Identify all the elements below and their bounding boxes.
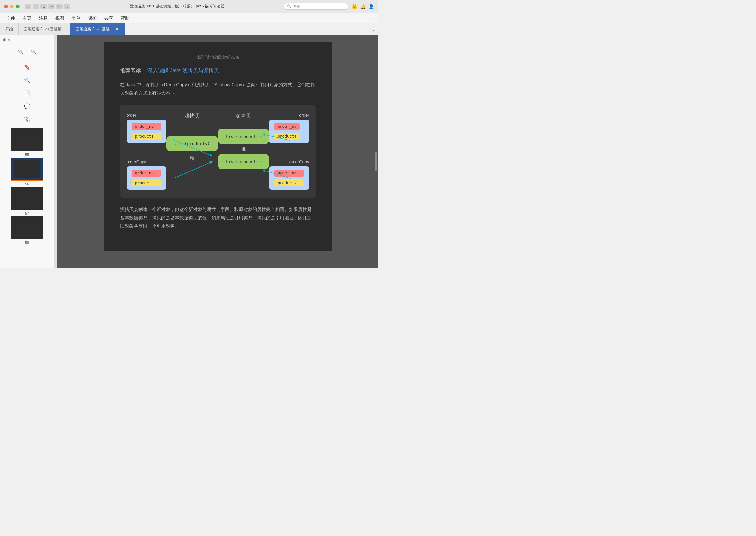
search-input[interactable] bbox=[293, 5, 338, 9]
order-fields-right: order_no products bbox=[269, 120, 309, 143]
bookmark-icon[interactable]: 🔖 bbox=[22, 62, 32, 72]
list-deep-top: list(products) bbox=[218, 129, 269, 144]
nav-dropdown-btn[interactable]: ▽ bbox=[64, 4, 70, 9]
tab-dropdown-icon[interactable]: ⌄ bbox=[372, 27, 375, 32]
ordercopy-box-left: orderCopy order_no products bbox=[126, 159, 166, 190]
menu-home[interactable]: 主页 bbox=[21, 15, 33, 22]
tab-start-label: 开始 bbox=[5, 26, 13, 32]
products-field-left: products bbox=[132, 133, 161, 140]
window-toggle-btn[interactable]: □ bbox=[33, 4, 39, 9]
window-controls: ⊞ □ 🖨 ↩ ↪ ▽ bbox=[25, 4, 70, 9]
list-shallow: list(products) bbox=[166, 136, 218, 151]
window-title: 面渣逆袭 Java 基础篇第二版（暗黑）.pdf - 福昕阅读器 bbox=[73, 4, 281, 9]
page-thumb-55[interactable]: 55 bbox=[11, 128, 43, 156]
minimize-button[interactable] bbox=[10, 5, 14, 9]
ordercopy-products-field-right: products bbox=[274, 179, 304, 186]
diagram: order order_no products orderCopy order_… bbox=[120, 105, 316, 198]
title-bar: ⊞ □ 🖨 ↩ ↪ ▽ 面渣逆袭 Java 基础篇第二版（暗黑）.pdf - 福… bbox=[0, 0, 378, 13]
scrollbar-thumb[interactable] bbox=[375, 151, 377, 171]
menu-file[interactable]: 文件 bbox=[5, 15, 16, 22]
menu-annotation[interactable]: 注释 bbox=[38, 15, 49, 22]
traffic-lights bbox=[4, 5, 19, 9]
comments-icon[interactable]: 💬 bbox=[22, 101, 32, 112]
heap-label-shallow: 堆 bbox=[190, 155, 194, 161]
ordercopy-fields-right: order_no products bbox=[269, 166, 309, 190]
tab-start[interactable]: 开始 bbox=[0, 23, 18, 35]
pages-icon[interactable]: 📄 bbox=[22, 88, 32, 98]
order-label-right: order bbox=[269, 113, 309, 118]
main-layout: 页面 🔍 🔍 🔖 🔍 📄 💬 📎 55 bbox=[0, 35, 378, 268]
file-manager-btn[interactable]: ⊞ bbox=[25, 4, 31, 9]
menu-view[interactable]: 视图 bbox=[54, 15, 65, 22]
pdf-page: 让天下所有的面渣都能逆袭 推荐阅读： 深入理解 Java 浅拷贝与深拷贝 在 J… bbox=[104, 42, 332, 251]
menu-form[interactable]: 表单 bbox=[70, 15, 82, 22]
title-right-icons: 👑 🔔 👤 bbox=[351, 3, 374, 10]
order-box-left: order order_no products bbox=[126, 113, 166, 143]
crown-icon[interactable]: 👑 bbox=[351, 3, 358, 10]
ordercopy-no-field-left: order_no bbox=[132, 170, 161, 177]
menu-collapse-icon[interactable]: ⌄ bbox=[369, 16, 373, 20]
tab-doc1[interactable]: 面渣逆袭 Java 基础篇... bbox=[18, 23, 70, 35]
para2: 浅拷贝会创建一个新对象，但这个新对象的属性（字段）和原对象的属性完全相同。如果属… bbox=[120, 205, 316, 230]
ordercopy-no-field-right: order_no bbox=[274, 170, 304, 177]
maximize-button[interactable] bbox=[16, 5, 19, 9]
close-button[interactable] bbox=[4, 5, 8, 9]
thumb-img-58 bbox=[11, 217, 43, 239]
ordercopy-fields-left: order_no products bbox=[126, 166, 166, 190]
ordercopy-label-right: orderCopy bbox=[269, 159, 309, 164]
heap-label-deep: 堆 bbox=[241, 146, 246, 152]
page-thumb-57[interactable]: 57 bbox=[11, 187, 43, 215]
tab-doc1-label: 面渣逆袭 Java 基础篇... bbox=[24, 26, 65, 32]
tab-close-icon[interactable]: ✕ bbox=[115, 27, 120, 32]
content-area: 让天下所有的面渣都能逆袭 推荐阅读： 深入理解 Java 浅拷贝与深拷贝 在 J… bbox=[57, 35, 378, 268]
tab-bar: 开始 面渣逆袭 Java 基础篇... 面渣逆袭 Java 基础... ✕ ⌄ bbox=[0, 23, 378, 35]
para1: 在 Java 中，深拷贝（Deep Copy）和浅拷贝（Shallow Copy… bbox=[120, 81, 316, 97]
order-no-field-left: order_no bbox=[132, 123, 161, 130]
order-label-left: order bbox=[126, 113, 166, 118]
redo-btn[interactable]: ↪ bbox=[56, 4, 63, 9]
deep-title: 深拷贝 bbox=[235, 113, 251, 120]
ordercopy-label-left: orderCopy bbox=[126, 159, 166, 164]
menu-help[interactable]: 帮助 bbox=[120, 15, 130, 22]
products-field-right: products bbox=[274, 133, 300, 140]
order-no-field-right: order_no bbox=[274, 123, 300, 130]
bell-icon[interactable]: 🔔 bbox=[361, 4, 366, 9]
rec-link[interactable]: 深入理解 Java 浅拷贝与深拷贝 bbox=[148, 68, 219, 73]
thumb-img-55 bbox=[11, 128, 43, 151]
order-box-right: order order_no products bbox=[269, 113, 309, 143]
order-fields-left: order_no products bbox=[126, 120, 166, 143]
sidebar: 页面 🔍 🔍 🔖 🔍 📄 💬 📎 55 bbox=[0, 35, 55, 268]
tab-doc2-label: 面渣逆袭 Java 基础... bbox=[76, 26, 113, 32]
search-icon: 🔍 bbox=[287, 4, 292, 9]
ordercopy-products-field-left: products bbox=[132, 179, 161, 186]
shallow-title: 浅拷贝 bbox=[184, 113, 200, 120]
menu-share[interactable]: 共享 bbox=[103, 15, 114, 22]
search-sidebar-icon[interactable]: 🔍 bbox=[22, 75, 32, 85]
list-deep-bottom: list(products) bbox=[218, 154, 269, 169]
menu-protect[interactable]: 保护 bbox=[87, 15, 98, 22]
user-icon[interactable]: 👤 bbox=[368, 4, 374, 9]
thumb-num-55: 55 bbox=[25, 152, 29, 156]
ordercopy-box-right: orderCopy order_no products bbox=[269, 159, 309, 190]
undo-btn[interactable]: ↩ bbox=[48, 4, 55, 9]
tab-bar-right: ⌄ bbox=[372, 27, 378, 32]
page-header: 让天下所有的面渣都能逆袭 bbox=[120, 55, 316, 60]
attachments-icon[interactable]: 📎 bbox=[22, 114, 32, 124]
search-bar[interactable]: 🔍 bbox=[284, 3, 349, 10]
menu-bar: 文件 主页 注释 视图 表单 保护 共享 帮助 ⌄ bbox=[0, 13, 378, 23]
thumb-num-56: 56 bbox=[25, 182, 29, 186]
tab-doc2[interactable]: 面渣逆袭 Java 基础... ✕ bbox=[70, 23, 125, 35]
print-btn[interactable]: 🖨 bbox=[41, 4, 47, 9]
thumb-num-58: 58 bbox=[25, 241, 29, 245]
sidebar-splitter[interactable]: · · · bbox=[55, 35, 57, 268]
sidebar-section-label: 页面 bbox=[3, 37, 11, 43]
thumb-img-57 bbox=[11, 187, 43, 210]
thumb-img-56 bbox=[11, 158, 43, 181]
page-thumb-56[interactable]: 56 bbox=[11, 158, 43, 186]
zoom-in-icon[interactable]: 🔍 bbox=[16, 47, 26, 57]
zoom-out-icon[interactable]: 🔍 bbox=[29, 47, 39, 57]
rec-read-text: 推荐阅读： 深入理解 Java 浅拷贝与深拷贝 bbox=[120, 67, 316, 74]
thumb-num-57: 57 bbox=[25, 211, 29, 215]
page-thumb-58[interactable]: 58 bbox=[11, 217, 43, 245]
